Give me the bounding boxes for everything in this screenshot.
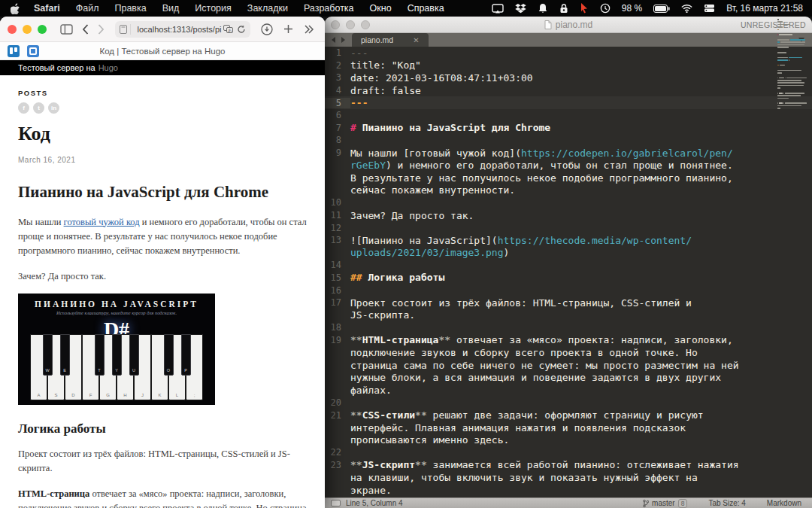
code-row-18[interactable]: 14 xyxy=(325,259,812,272)
active-tab-title[interactable]: Код | Тестовый сервер на Hugo xyxy=(0,47,325,56)
tab-close-icon[interactable]: ✕ xyxy=(413,36,419,44)
code-row-4[interactable]: 4draft: false xyxy=(325,84,812,97)
code-row-28[interactable]: файлах. xyxy=(325,384,812,397)
code-row-22[interactable]: JS-скрипта. xyxy=(325,309,812,321)
wifi-icon[interactable] xyxy=(681,5,692,13)
lock-icon[interactable] xyxy=(559,3,568,14)
posts-section-label[interactable]: POSTS xyxy=(18,89,308,97)
tab-scroll-left-icon[interactable] xyxy=(331,37,336,43)
code-area[interactable]: 1---2title: "Код"3date: 2021-03-16T08:47… xyxy=(325,47,812,497)
menu-clock[interactable]: Вт, 16 марта 21:58 xyxy=(726,3,803,14)
site-title[interactable]: Тестовый сервер на xyxy=(18,63,95,72)
dropbox-icon[interactable] xyxy=(515,4,526,14)
tab-overview-icon[interactable] xyxy=(304,25,314,34)
code-row-32[interactable]: прописываются именно здесь. xyxy=(325,433,812,446)
code-row-36[interactable]: экране. xyxy=(325,484,812,497)
code-row-8[interactable]: 8 xyxy=(325,134,812,147)
code-row-35[interactable]: на клавиши, чтобы включить звук и показа… xyxy=(325,471,812,484)
code-row-7[interactable]: 7# Пианино на JavaScript для Chrome xyxy=(325,122,812,135)
site-brand-link[interactable]: Hugo xyxy=(98,63,118,72)
code-row-2[interactable]: 2title: "Код" xyxy=(325,59,812,72)
menu-9[interactable]: Справка xyxy=(408,3,444,14)
code-row-11[interactable]: В результате у нас получилось некое подо… xyxy=(325,172,812,184)
pinned-favicon-2[interactable] xyxy=(27,45,39,57)
code-row-20[interactable]: 16 xyxy=(325,284,812,297)
code-text: страница сама по себе ничего не сумеет: … xyxy=(350,360,739,371)
menu-8[interactable]: Окно xyxy=(370,3,392,14)
menu-7[interactable]: Разработка xyxy=(304,3,354,14)
code-text: на клавиши, чтобы включить звук и показа… xyxy=(350,472,698,483)
git-branch-status[interactable]: master 8 xyxy=(643,499,708,508)
new-tab-icon[interactable] xyxy=(283,24,293,34)
linkedin-share-icon[interactable]: in xyxy=(48,102,59,114)
code-row-16[interactable]: 13![Пианино на JavaScript](https://theco… xyxy=(325,234,812,247)
code-row-17[interactable]: uploads/2021/03/image3.png) xyxy=(325,247,812,260)
trello-favicon[interactable] xyxy=(8,45,20,57)
external-code-link[interactable]: готовый чужой код xyxy=(64,217,140,227)
back-icon[interactable] xyxy=(82,24,89,35)
code-row-27[interactable]: нужные блоки, а вся анимация и поведение… xyxy=(325,371,812,384)
url-text[interactable]: localhost:1313/posts/pi xyxy=(135,25,223,34)
menu-5[interactable]: История xyxy=(195,3,231,14)
sidebar-icon[interactable] xyxy=(60,24,73,35)
reload-icon[interactable] xyxy=(237,25,246,34)
code-row-9[interactable]: 9Мы нашли [готовый чужой код](https://co… xyxy=(325,147,812,160)
time-machine-icon[interactable] xyxy=(600,3,611,14)
downloads-icon[interactable] xyxy=(261,23,273,35)
code-row-24[interactable]: 19**HTML-страница** отвечает за «мясо» п… xyxy=(325,334,812,347)
syntax-setting[interactable]: Markdown xyxy=(767,499,806,507)
code-row-26[interactable]: страница сама по себе ничего не сумеет: … xyxy=(325,359,812,372)
line-number: 6 xyxy=(325,110,350,120)
code-row-25[interactable]: подключение звуков и сборку всего проект… xyxy=(325,346,812,359)
twitter-share-icon[interactable]: t xyxy=(33,102,44,114)
forward-icon[interactable] xyxy=(98,24,105,35)
apple-menu-icon[interactable] xyxy=(11,3,20,14)
editor-zoom-button[interactable] xyxy=(361,20,370,29)
code-row-3[interactable]: 3date: 2021-03-16T08:47:11+03:00 xyxy=(325,71,812,84)
code-row-21[interactable]: 17Проект состоит из трёх файлов: HTML-ст… xyxy=(325,297,812,309)
menu-4[interactable]: Вид xyxy=(162,3,180,14)
tab-scroll-right-icon[interactable] xyxy=(341,37,346,43)
code-row-31[interactable]: интерфейс. Плавная анимация нажатия и по… xyxy=(325,421,812,434)
code-row-6[interactable]: 6 xyxy=(325,109,812,122)
reader-icon[interactable] xyxy=(120,25,127,34)
storage-stack-icon[interactable] xyxy=(704,4,715,13)
zoom-button[interactable] xyxy=(38,25,47,34)
tab-size-setting[interactable]: Tab Size: 4 xyxy=(708,499,766,507)
minimize-button[interactable] xyxy=(23,25,32,34)
notification-bell-icon[interactable] xyxy=(538,3,548,14)
code-row-33[interactable]: 22 xyxy=(325,446,812,459)
code-row-29[interactable]: 20 xyxy=(325,397,812,409)
code-row-13[interactable]: 10 xyxy=(325,196,812,209)
paragraph-1: Мы нашли готовый чужой код и немного его… xyxy=(18,215,308,259)
code-row-12[interactable]: сейчас покажем внутренности. xyxy=(325,184,812,197)
page-content: POSTS ftin Код March 16, 2021 Пианино на… xyxy=(0,75,325,508)
facebook-share-icon[interactable]: f xyxy=(18,102,29,114)
menu-3[interactable]: Правка xyxy=(114,3,146,14)
menu-1[interactable]: Safari xyxy=(34,3,60,14)
display-mirroring-icon[interactable] xyxy=(492,4,504,14)
code-row-30[interactable]: 21**CSS-стили** решают две задачи: оформ… xyxy=(325,409,812,421)
code-row-15[interactable]: 12 xyxy=(325,221,812,234)
pointer-tool-icon[interactable] xyxy=(580,3,589,14)
code-row-19[interactable]: 15## Логика работы xyxy=(325,272,812,284)
code-row-10[interactable]: rGeEbY) и немного его доработали, чтобы … xyxy=(325,159,812,172)
code-row-1[interactable]: 1--- xyxy=(325,47,812,59)
code-text: подключение звуков и сборку всего проект… xyxy=(350,347,698,358)
minimap[interactable] xyxy=(777,19,807,111)
cursor-position[interactable]: Line 5, Column 4 xyxy=(346,499,403,507)
menu-6[interactable]: Закладки xyxy=(247,3,288,14)
translate-icon[interactable]: あ xyxy=(223,25,233,33)
tab-piano-md[interactable]: piano.md ✕ xyxy=(352,33,429,47)
code-row-34[interactable]: 23**JS-скрипт** занимается всей работой … xyxy=(325,459,812,472)
editor-minimize-button[interactable] xyxy=(346,20,355,29)
editor-close-button[interactable] xyxy=(331,20,340,29)
line-number: 23 xyxy=(325,460,350,470)
code-row-5[interactable]: 5--- xyxy=(325,96,812,109)
menu-2[interactable]: Файл xyxy=(76,3,99,14)
address-bar[interactable]: localhost:1313/posts/pi あ xyxy=(115,21,250,38)
vintage-mode-icon[interactable] xyxy=(331,500,341,506)
code-row-14[interactable]: 11Зачем? Да просто так. xyxy=(325,209,812,222)
code-row-23[interactable]: 18 xyxy=(325,321,812,334)
close-button[interactable] xyxy=(8,25,17,34)
